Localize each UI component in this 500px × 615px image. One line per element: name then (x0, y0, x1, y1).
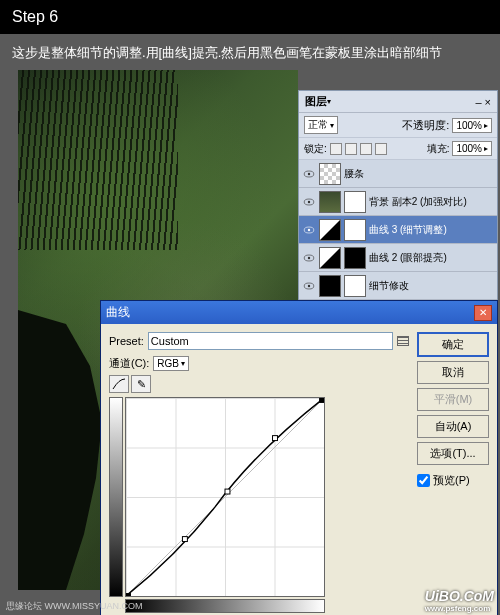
dialog-titlebar[interactable]: 曲线 ✕ (101, 301, 497, 324)
layer-item[interactable]: 腰条 (299, 160, 497, 188)
auto-button[interactable]: 自动(A) (417, 415, 489, 438)
svg-point-3 (308, 200, 310, 202)
opacity-label: 不透明度: (402, 118, 449, 133)
dialog-close-button[interactable]: ✕ (474, 305, 492, 321)
ok-button[interactable]: 确定 (417, 332, 489, 357)
channel-label: 通道(C): (109, 356, 149, 371)
curve-point-tool[interactable] (109, 375, 129, 393)
visibility-icon[interactable] (302, 167, 316, 181)
svg-rect-15 (319, 398, 324, 403)
step-label: Step 6 (12, 8, 58, 25)
svg-rect-12 (182, 537, 187, 542)
step-banner: Step 6 (0, 0, 500, 34)
layer-name: 曲线 2 (眼部提亮) (369, 251, 494, 265)
svg-point-7 (308, 256, 310, 258)
lock-fill-row: 锁定: 填充: 100%▸ (299, 138, 497, 160)
layer-thumbnail (319, 163, 341, 185)
fill-input[interactable]: 100%▸ (452, 141, 492, 156)
curve-pencil-tool[interactable]: ✎ (131, 375, 151, 393)
lock-transparent-icon[interactable] (330, 143, 342, 155)
panel-title: 图层 (305, 94, 327, 109)
preview-input[interactable] (417, 474, 430, 487)
layer-name: 细节修改 (369, 279, 494, 293)
visibility-icon[interactable] (302, 195, 316, 209)
adjustment-thumbnail (319, 247, 341, 269)
visibility-icon[interactable] (302, 223, 316, 237)
panel-header: 图层 ▾ – × (299, 91, 497, 113)
svg-rect-13 (225, 489, 230, 494)
smooth-button: 平滑(M) (417, 388, 489, 411)
opacity-input[interactable]: 100%▸ (452, 118, 492, 133)
mask-thumbnail (344, 191, 366, 213)
svg-rect-11 (126, 593, 131, 596)
svg-point-1 (308, 172, 310, 174)
layer-item-selected[interactable]: 曲线 3 (细节调整) (299, 216, 497, 244)
dialog-title: 曲线 (106, 304, 130, 321)
layer-name: 背景 副本2 (加强对比) (369, 195, 494, 209)
layer-thumbnail (319, 191, 341, 213)
watermark-logo: UiBO.CoM www.psfeng.com (425, 588, 494, 613)
layers-panel: 图层 ▾ – × 正常▾ 不透明度: 100%▸ 锁定: 填充: 100%▸ 腰… (298, 90, 498, 301)
lock-label: 锁定: (304, 142, 327, 156)
layer-thumbnail (319, 275, 341, 297)
blend-mode-select[interactable]: 正常▾ (304, 116, 338, 134)
panel-menu-arrow[interactable]: ▾ (327, 97, 331, 106)
preset-label: Preset: (109, 335, 144, 347)
fill-label: 填充: (427, 142, 450, 156)
layer-item[interactable]: 曲线 2 (眼部提亮) (299, 244, 497, 272)
svg-rect-14 (273, 436, 278, 441)
panel-close-icon[interactable]: × (485, 96, 491, 108)
watermark-forum: 思缘论坛 WWW.MISSYUAN.COM (6, 600, 143, 613)
preview-checkbox[interactable]: 预览(P) (417, 473, 489, 488)
input-gradient (125, 599, 325, 613)
preset-menu-icon[interactable] (397, 336, 409, 346)
lock-pixels-icon[interactable] (345, 143, 357, 155)
options-button[interactable]: 选项(T)... (417, 442, 489, 465)
mask-thumbnail (344, 275, 366, 297)
panel-minimize-icon[interactable]: – (475, 96, 481, 108)
layer-name: 腰条 (344, 167, 494, 181)
layer-list: 腰条 背景 副本2 (加强对比) 曲线 3 (细节调整) 曲线 2 (眼部提亮)… (299, 160, 497, 300)
cancel-button[interactable]: 取消 (417, 361, 489, 384)
layer-item[interactable]: 细节修改 (299, 272, 497, 300)
svg-point-9 (308, 284, 310, 286)
visibility-icon[interactable] (302, 279, 316, 293)
svg-point-5 (308, 228, 310, 230)
lock-all-icon[interactable] (375, 143, 387, 155)
mask-thumbnail (344, 247, 366, 269)
adjustment-thumbnail (319, 219, 341, 241)
curves-dialog: 曲线 ✕ Preset: Custom 通道(C): RGB ▾ ✎ (100, 300, 498, 615)
preset-select[interactable]: Custom (148, 332, 393, 350)
mask-thumbnail (344, 219, 366, 241)
visibility-icon[interactable] (302, 251, 316, 265)
step-description: 这步是整体细节的调整.用[曲线]提亮.然后用黑色画笔在蒙板里涂出暗部细节 (0, 34, 500, 72)
lock-position-icon[interactable] (360, 143, 372, 155)
output-gradient (109, 397, 123, 597)
svg-line-10 (126, 398, 324, 596)
curve-graph[interactable] (125, 397, 325, 597)
layer-item[interactable]: 背景 副本2 (加强对比) (299, 188, 497, 216)
channel-select[interactable]: RGB ▾ (153, 356, 189, 371)
layer-name: 曲线 3 (细节调整) (369, 223, 494, 237)
blend-opacity-row: 正常▾ 不透明度: 100%▸ (299, 113, 497, 138)
